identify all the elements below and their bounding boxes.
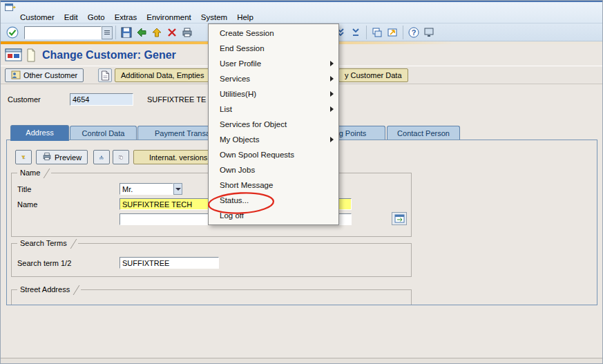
- customer-data-button[interactable]: y Customer Data: [338, 68, 408, 82]
- menu-item-label: Log off: [220, 211, 244, 220]
- menu-item-list[interactable]: List: [209, 102, 338, 117]
- other-customer-label: Other Customer: [23, 71, 77, 79]
- screen-icon[interactable]: [5, 48, 23, 64]
- menubar: Customer Edit Goto Extras Environment Sy…: [1, 11, 603, 23]
- menu-item-label: User Profile: [220, 59, 261, 68]
- menubar-item-help[interactable]: Help: [237, 13, 253, 21]
- menubar-item-extras[interactable]: Extras: [115, 13, 137, 21]
- menu-item-services-for-object[interactable]: Services for Object: [209, 117, 338, 132]
- search-term-label: Search term 1/2: [17, 259, 71, 267]
- additional-data-button[interactable]: Additional Data, Empties: [115, 68, 210, 82]
- menu-item-end-session[interactable]: End Session: [209, 41, 338, 56]
- customer-data-label: y Customer Data: [345, 71, 402, 79]
- menu-item-log-off[interactable]: Log off: [209, 208, 338, 223]
- submenu-arrow-icon: [330, 61, 334, 66]
- panel-toolbar: Preview Internat. versions: [15, 150, 223, 164]
- menubar-item-goto[interactable]: Goto: [88, 13, 105, 21]
- menu-item-label: Utilities(H): [220, 90, 256, 98]
- menu-item-label: Own Jobs: [220, 166, 255, 174]
- menu-item-utilities[interactable]: Utilities(H): [209, 86, 338, 102]
- customer-number-field[interactable]: 4654: [70, 93, 133, 106]
- search-terms-group: Search Terms Search term 1/2: [11, 243, 412, 277]
- new-session-icon[interactable]: [370, 25, 385, 40]
- other-customer-button[interactable]: Other Customer: [5, 68, 84, 82]
- last-page-icon[interactable]: [348, 25, 363, 40]
- status-bar: [1, 358, 603, 364]
- preview-label: Preview: [55, 153, 82, 162]
- menu-item-own-jobs[interactable]: Own Jobs: [209, 162, 338, 178]
- additional-data-label: Additional Data, Empties: [121, 71, 204, 79]
- save-icon[interactable]: [119, 25, 134, 40]
- menu-item-label: List: [220, 105, 232, 113]
- submenu-arrow-icon: [330, 76, 334, 82]
- enter-button[interactable]: [5, 25, 20, 40]
- command-input[interactable]: [24, 26, 102, 39]
- filter-icon-button[interactable]: [15, 150, 32, 164]
- help-icon[interactable]: ?: [406, 25, 421, 40]
- menubar-item-system[interactable]: System: [201, 13, 227, 21]
- customer-name-text: SUFFIXTREE TE: [147, 95, 206, 104]
- printer-icon: [42, 152, 52, 162]
- menubar-item-customer[interactable]: Customer: [20, 13, 55, 21]
- menu-item-label: End Session: [220, 44, 265, 52]
- menu-item-own-spool-requests[interactable]: Own Spool Requests: [209, 147, 338, 162]
- window-top-border: [1, 1, 603, 2]
- toolbar-separator: [403, 26, 403, 39]
- preview-button[interactable]: Preview: [36, 150, 88, 164]
- menu-item-create-session[interactable]: Create Session: [209, 26, 338, 41]
- international-versions-label: Internat. versions: [149, 153, 207, 162]
- title-dropdown-icon[interactable]: [173, 183, 182, 195]
- more-fields-icon-button[interactable]: [392, 212, 407, 225]
- menubar-item-edit[interactable]: Edit: [64, 13, 78, 21]
- paper-icon-button[interactable]: [98, 68, 112, 82]
- svg-text:?: ?: [412, 28, 417, 37]
- title-field[interactable]: [119, 183, 173, 195]
- menu-item-services[interactable]: Services: [209, 71, 338, 86]
- menu-item-status[interactable]: Status...: [209, 193, 338, 208]
- name-group-label: Name: [17, 168, 51, 178]
- system-menu: Create Session End Session User Profile …: [208, 23, 339, 225]
- shortcut-icon[interactable]: [385, 25, 400, 40]
- document-icon[interactable]: [26, 48, 36, 64]
- exit-icon[interactable]: [149, 25, 164, 40]
- customer-label: Customer: [8, 95, 41, 104]
- menu-item-label: Short Message: [220, 181, 273, 189]
- customize-layout-icon[interactable]: [421, 25, 437, 40]
- command-history-icon[interactable]: [102, 26, 113, 39]
- tab-address[interactable]: Address: [10, 125, 69, 141]
- street-address-group-label: Street Address: [17, 285, 81, 295]
- toolbar-separator: [366, 26, 367, 39]
- menubar-item-environment[interactable]: Environment: [146, 13, 191, 21]
- cancel-icon[interactable]: [164, 25, 180, 40]
- street-address-group: Street Address: [11, 289, 412, 305]
- menu-item-label: Own Spool Requests: [220, 151, 294, 159]
- submenu-arrow-icon: [330, 137, 334, 142]
- other-customer-icon: [11, 70, 21, 81]
- copy-icon-button[interactable]: [113, 150, 129, 164]
- print-icon[interactable]: [180, 25, 195, 40]
- back-icon[interactable]: [134, 25, 149, 40]
- submenu-arrow-icon: [330, 106, 334, 112]
- menu-item-label: Status...: [220, 196, 249, 204]
- menu-item-label: Services for Object: [220, 120, 287, 128]
- menu-item-short-message[interactable]: Short Message: [209, 178, 338, 193]
- menu-item-user-profile[interactable]: User Profile: [209, 56, 338, 71]
- menu-item-label: Create Session: [220, 29, 274, 37]
- tab-control-data[interactable]: Control Data: [70, 126, 137, 140]
- search-term-field[interactable]: [119, 257, 219, 269]
- toolbar-separator: [115, 26, 116, 39]
- page-title: Change Customer: Gener: [42, 49, 176, 61]
- menu-item-my-objects[interactable]: My Objects: [209, 132, 338, 147]
- menu-item-label: Services: [220, 75, 250, 83]
- title-label: Title: [17, 185, 31, 193]
- tab-contact-person[interactable]: Contact Person: [387, 126, 460, 140]
- sap-window: Customer Edit Goto Extras Environment Sy…: [0, 0, 603, 364]
- menu-item-label: My Objects: [220, 135, 260, 144]
- hierarchy-icon-button[interactable]: [93, 150, 110, 164]
- window-menu-icon[interactable]: [5, 3, 16, 11]
- submenu-arrow-icon: [330, 91, 334, 97]
- search-terms-group-label: Search Terms: [17, 238, 78, 249]
- name-label: Name: [17, 200, 37, 209]
